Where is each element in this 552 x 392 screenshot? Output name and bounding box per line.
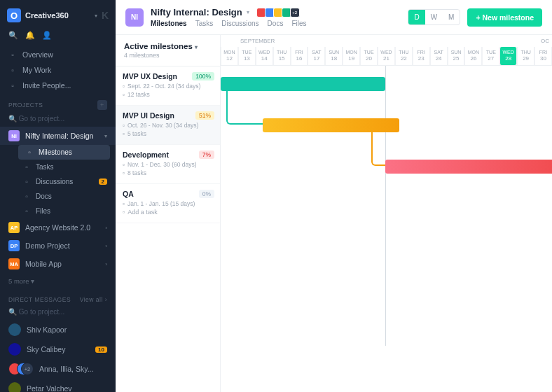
nav-overview[interactable]: ▫Overview [0, 47, 116, 62]
milestone-tasks: ▫5 tasks [123, 130, 213, 137]
day-cell[interactable]: WED21 [378, 47, 395, 65]
avatar-icon[interactable]: 👤 [42, 31, 52, 40]
avatar [8, 382, 21, 392]
tab-docs[interactable]: Docs [268, 20, 284, 27]
plus-icon: ▫ [123, 209, 125, 216]
chevron-down-icon: ▾ [95, 13, 97, 19]
avatar-surplus: +2 [290, 8, 300, 18]
day-cell[interactable]: SAT24 [430, 47, 448, 65]
sidebar-item-discussions[interactable]: ▫Discussions2 [8, 174, 116, 189]
day-header-row: MON12TUE13WED14THU15FRI16SAT17SUN18MON19… [221, 47, 552, 65]
user-plus-icon: ▫ [8, 81, 17, 90]
milestone-dates: ▫Nov. 1 - Dec. 30 (60 days) [123, 161, 213, 168]
dm-item[interactable]: Petar Valchev [0, 379, 116, 392]
day-cell[interactable]: FRI16 [291, 47, 308, 65]
gantt-bar-mvp-ux[interactable] [221, 77, 385, 91]
avatar-count: +2 [21, 363, 34, 375]
day-cell[interactable]: SUN25 [448, 47, 465, 65]
milestone-row[interactable]: QA ▫Jan. 1 - Jan. 15 (15 days) ▫Add a ta… [116, 184, 220, 223]
progress-badge: 51% [195, 111, 214, 120]
project-search[interactable]: 🔍 Go to project... [0, 113, 116, 127]
progress-badge: 0% [199, 190, 214, 198]
dm-item[interactable]: Sky Calibey10 [0, 340, 116, 359]
search-icon[interactable]: 🔍 [8, 31, 18, 40]
view-all-link[interactable]: View all › [80, 296, 107, 303]
count-badge: 2 [99, 178, 107, 185]
day-cell[interactable]: MON12 [221, 47, 238, 65]
project-item[interactable]: MAMobile App› [0, 255, 116, 273]
view-w[interactable]: W [425, 10, 443, 24]
doc-icon: ▫ [22, 192, 31, 200]
member-avatars[interactable]: +2 [256, 8, 298, 18]
project-item[interactable]: DPDemo Project› [0, 237, 116, 255]
notification-icon[interactable]: 🔔 [25, 31, 35, 40]
project-tabs: MilestonesTasksDiscussionsDocsFiles [151, 20, 307, 27]
project-item[interactable]: NINifty Internal: Design▾ [0, 127, 116, 145]
project-icon: NI [125, 8, 144, 27]
progress-badge: 100% [192, 72, 214, 80]
view-toggle: DWM [408, 9, 460, 25]
nav-invite-people-[interactable]: ▫Invite People... [0, 78, 116, 93]
sidebar-item-docs[interactable]: ▫Docs [8, 189, 116, 204]
project-header: NI Nifty Internal: Design ▾ +2 Milestone… [116, 0, 552, 35]
chevron-down-icon[interactable]: ▾ [247, 9, 249, 15]
workspace-switcher[interactable]: O Creative360 ▾ K [0, 6, 116, 29]
day-cell[interactable]: FRI30 [534, 47, 552, 65]
project-item[interactable]: APAgency Website 2.0› [0, 218, 116, 237]
file-icon: ▫ [22, 207, 31, 215]
dm-search[interactable]: 🔍 Go to project... [0, 306, 116, 320]
project-badge: MA [8, 258, 20, 270]
gantt-bar-mvp-ui[interactable] [263, 118, 399, 132]
day-cell[interactable]: TUE20 [360, 47, 378, 65]
day-cell[interactable]: MON26 [464, 47, 482, 65]
add-task-link[interactable]: ▫Add a task [123, 209, 213, 216]
day-cell[interactable]: TUE27 [482, 47, 499, 65]
day-cell[interactable]: THU22 [395, 47, 413, 65]
dm-item[interactable]: +2Anna, Illia, Sky... [0, 359, 116, 379]
calendar-icon: ▫ [123, 122, 125, 129]
view-m[interactable]: M [443, 10, 460, 24]
sidebar-item-files[interactable]: ▫Files [8, 204, 116, 218]
dependency-arrow [226, 91, 265, 125]
project-badge: AP [8, 222, 20, 233]
nav-my-work[interactable]: ▫My Work [0, 62, 116, 78]
day-cell[interactable]: FRI23 [413, 47, 430, 65]
day-cell[interactable]: THU29 [517, 47, 534, 65]
day-cell[interactable]: SAT17 [308, 47, 325, 65]
add-project-button[interactable]: + [97, 100, 107, 110]
day-cell[interactable]: THU15 [273, 47, 291, 65]
today-line [385, 66, 386, 346]
milestone-panel-title[interactable]: Active milestones ▾ [124, 42, 212, 50]
grid-icon: ▫ [8, 50, 17, 59]
day-cell[interactable]: SUN18 [325, 47, 343, 65]
milestone-count: 4 milestones [124, 52, 212, 59]
gantt-body[interactable] [221, 66, 552, 346]
project-badge: NI [8, 130, 20, 141]
milestone-row[interactable]: MVP UI Design ▫Oct. 26 - Nov. 30 (34 day… [116, 106, 220, 145]
milestone-tasks: ▫12 tasks [123, 91, 213, 98]
day-cell[interactable]: WED28 [499, 47, 517, 65]
gantt-chart[interactable]: SEPTEMBER OC MON12TUE13WED14THU15FRI16SA… [221, 35, 552, 392]
gantt-bar-development[interactable] [385, 160, 552, 174]
day-cell[interactable]: MON19 [343, 47, 360, 65]
dm-item[interactable]: Shiv Kapoor [0, 320, 116, 340]
sidebar-item-milestones[interactable]: ▫Milestones [18, 145, 110, 160]
view-d[interactable]: D [408, 10, 425, 24]
sidebar-item-tasks[interactable]: ▫Tasks [8, 160, 116, 174]
day-cell[interactable]: TUE13 [238, 47, 256, 65]
milestone-row[interactable]: MVP UX Design ▫Sept. 22 - Oct. 24 (34 da… [116, 66, 220, 106]
briefcase-icon: ▫ [8, 66, 17, 74]
tab-tasks[interactable]: Tasks [195, 20, 214, 27]
milestone-row[interactable]: Development ▫Nov. 1 - Dec. 30 (60 days) … [116, 145, 220, 184]
milestone-dates: ▫Oct. 26 - Nov. 30 (34 days) [123, 122, 213, 129]
milestone-dates: ▫Sept. 22 - Oct. 24 (34 days) [123, 83, 213, 90]
tab-files[interactable]: Files [291, 20, 306, 27]
tab-discussions[interactable]: Discussions [221, 20, 258, 27]
more-projects-link[interactable]: 5 more ▾ [0, 273, 116, 289]
projects-header: PROJECTS + [0, 93, 116, 113]
milestone-dates: ▫Jan. 1 - Jan. 15 (15 days) [123, 200, 213, 207]
day-cell[interactable]: WED14 [256, 47, 273, 65]
list-icon: ▫ [123, 91, 125, 98]
new-milestone-button[interactable]: + New milestone [467, 8, 542, 27]
tab-milestones[interactable]: Milestones [151, 20, 187, 27]
